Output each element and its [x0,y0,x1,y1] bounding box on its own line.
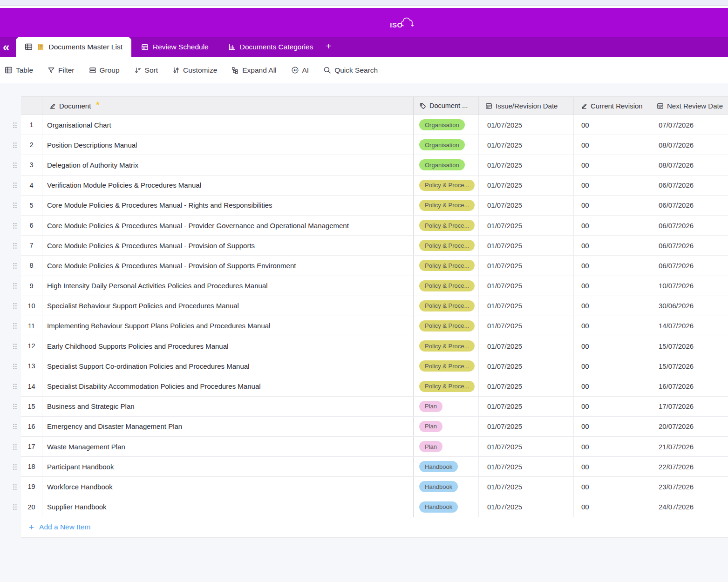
document-name-cell[interactable]: Specialist Behaviour Support Policies an… [42,296,414,316]
next-review-date-cell[interactable]: 06/07/2026 [650,176,728,195]
document-category-cell[interactable]: Policy & Proce... [414,236,479,255]
document-category-cell[interactable]: Policy & Proce... [414,176,479,195]
row-number[interactable]: 15 [21,397,42,416]
toolbar-quick-search-button[interactable]: Quick Search [323,66,378,74]
row-number[interactable]: 16 [21,417,42,436]
next-review-date-cell[interactable]: 06/07/2026 [650,216,728,235]
current-revision-cell[interactable]: 00 [574,497,650,517]
document-category-cell[interactable]: Handbook [414,457,479,476]
drag-handle-icon[interactable] [12,503,18,511]
current-revision-cell[interactable]: 00 [574,135,650,155]
document-name-cell[interactable]: Core Module Policies & Procedures Manual… [42,256,414,275]
next-review-date-cell[interactable]: 15/07/2026 [650,336,728,356]
issue-revision-date-cell[interactable]: 01/07/2025 [479,276,574,296]
current-revision-cell[interactable]: 00 [574,477,650,496]
document-category-cell[interactable]: Organisation [414,135,479,155]
toolbar-ai-button[interactable]: AI AI [291,66,309,74]
row-number[interactable]: 9 [21,276,42,296]
next-review-date-cell[interactable]: 24/07/2026 [650,497,728,517]
document-category-cell[interactable]: Plan [414,397,479,416]
add-new-item-row[interactable]: + Add a New Item [0,517,728,538]
document-category-cell[interactable]: Handbook [414,497,479,517]
drag-handle-icon[interactable] [12,403,18,410]
current-revision-cell[interactable]: 00 [574,256,650,275]
drag-handle-icon[interactable] [12,142,18,149]
issue-revision-date-cell[interactable]: 01/07/2025 [479,256,574,275]
issue-revision-date-cell[interactable]: 01/07/2025 [479,437,574,456]
collapse-sidebar-button[interactable]: « [0,41,12,57]
row-number[interactable]: 6 [21,216,42,235]
row-number[interactable]: 19 [21,477,42,496]
drag-handle-icon[interactable] [12,122,18,129]
next-review-date-cell[interactable]: 15/07/2026 [650,356,728,376]
current-revision-cell[interactable]: 00 [574,176,650,195]
issue-revision-date-cell[interactable]: 01/07/2025 [479,397,574,416]
drag-handle-icon[interactable] [12,182,18,189]
document-name-cell[interactable]: Waste Management Plan [42,437,414,456]
next-review-date-cell[interactable]: 10/07/2026 [650,276,728,296]
next-review-date-cell[interactable]: 16/07/2026 [650,376,728,396]
document-name-cell[interactable]: High Intensity Daily Personal Activities… [42,276,414,296]
document-category-cell[interactable]: Organisation [414,155,479,175]
drag-handle-icon[interactable] [12,242,18,250]
toolbar-customize-button[interactable]: Customize [172,66,217,74]
drag-handle-icon[interactable] [12,423,18,430]
column-header-current-revision[interactable]: Current Revision [574,97,650,115]
document-category-cell[interactable]: Plan [414,417,479,436]
next-review-date-cell[interactable]: 07/07/2026 [650,115,728,135]
document-category-cell[interactable]: Policy & Proce... [414,376,479,396]
document-name-cell[interactable]: Organisational Chart [42,115,414,135]
issue-revision-date-cell[interactable]: 01/07/2025 [479,417,574,436]
issue-revision-date-cell[interactable]: 01/07/2025 [479,457,574,476]
current-revision-cell[interactable]: 00 [574,216,650,235]
issue-revision-date-cell[interactable]: 01/07/2025 [479,356,574,376]
document-category-cell[interactable]: Handbook [414,477,479,496]
current-revision-cell[interactable]: 00 [574,276,650,296]
current-revision-cell[interactable]: 00 [574,457,650,476]
next-review-date-cell[interactable]: 14/07/2026 [650,316,728,336]
document-category-cell[interactable]: Plan [414,437,479,456]
current-revision-cell[interactable]: 00 [574,236,650,255]
drag-handle-icon[interactable] [12,202,18,209]
row-number[interactable]: 1 [21,115,42,135]
issue-revision-date-cell[interactable]: 01/07/2025 [479,155,574,175]
toolbar-sort-button[interactable]: Sort [134,66,158,74]
document-name-cell[interactable]: Verification Module Policies & Procedure… [42,176,414,195]
current-revision-cell[interactable]: 00 [574,316,650,336]
document-name-cell[interactable]: Business and Strategic Plan [42,397,414,416]
row-number[interactable]: 4 [21,176,42,195]
drag-handle-icon[interactable] [12,363,18,370]
document-name-cell[interactable]: Core Module Policies & Procedures Manual… [42,196,414,215]
document-name-cell[interactable]: Core Module Policies & Procedures Manual… [42,236,414,255]
next-review-date-cell[interactable]: 22/07/2026 [650,457,728,476]
row-number[interactable]: 13 [21,356,42,376]
next-review-date-cell[interactable]: 06/07/2026 [650,236,728,255]
issue-revision-date-cell[interactable]: 01/07/2025 [479,115,574,135]
current-revision-cell[interactable]: 00 [574,336,650,356]
row-number[interactable]: 8 [21,256,42,275]
toolbar-filter-button[interactable]: Filter [48,66,74,74]
document-name-cell[interactable]: Core Module Policies & Procedures Manual… [42,216,414,235]
tab-documents-categories[interactable]: Documents Categories [218,37,323,57]
current-revision-cell[interactable]: 00 [574,417,650,436]
drag-handle-icon[interactable] [12,443,18,451]
document-category-cell[interactable]: Policy & Proce... [414,296,479,316]
drag-handle-icon[interactable] [12,162,18,169]
document-name-cell[interactable]: Position Descriptions Manual [42,135,414,155]
row-number[interactable]: 3 [21,155,42,175]
current-revision-cell[interactable]: 00 [574,376,650,396]
drag-handle-icon[interactable] [12,322,18,330]
next-review-date-cell[interactable]: 17/07/2026 [650,397,728,416]
tab-documents-master-list[interactable]: Documents Master List [16,37,131,57]
document-category-cell[interactable]: Organisation [414,115,479,135]
row-number[interactable]: 14 [21,376,42,396]
next-review-date-cell[interactable]: 23/07/2026 [650,477,728,496]
current-revision-cell[interactable]: 00 [574,196,650,215]
current-revision-cell[interactable]: 00 [574,437,650,456]
column-header-document[interactable]: Document ★ [42,97,414,115]
document-category-cell[interactable]: Policy & Proce... [414,256,479,275]
issue-revision-date-cell[interactable]: 01/07/2025 [479,135,574,155]
current-revision-cell[interactable]: 00 [574,397,650,416]
row-number[interactable]: 10 [21,296,42,316]
next-review-date-cell[interactable]: 20/07/2026 [650,417,728,436]
